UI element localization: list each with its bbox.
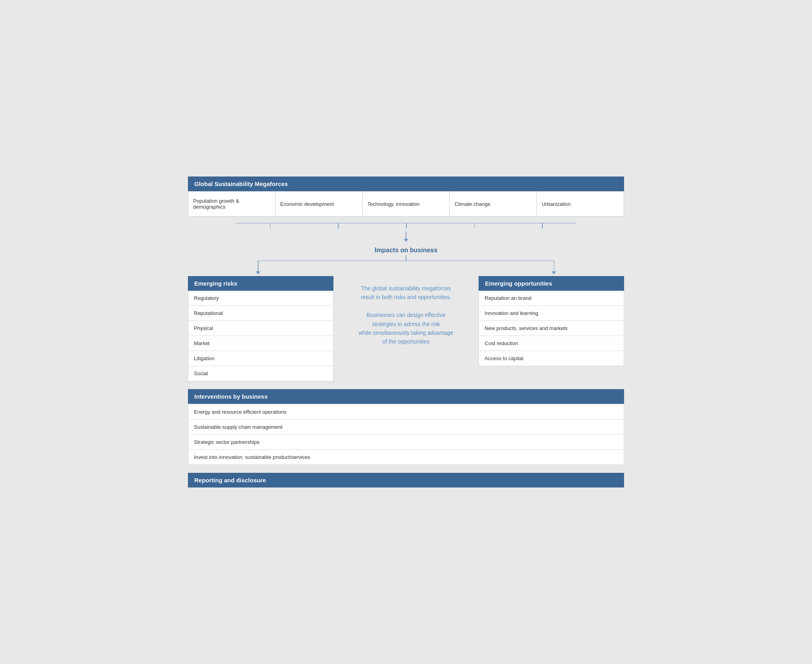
megaforces-title: Global Sustainability Megaforces (188, 177, 624, 191)
emerging-opportunities-block: Emerging opportunities Reputation an bra… (479, 276, 624, 366)
risk-item-4: Litigation (188, 351, 333, 366)
intervention-item-0: Energy and resource efficient operations (188, 405, 624, 420)
converge-arrow-section (188, 220, 624, 244)
impacts-label: Impacts on business (188, 244, 624, 255)
risk-item-5: Social (188, 366, 333, 381)
risk-item-3: Market (188, 336, 333, 351)
intervention-item-3: Invest into innovation: sustainable prod… (188, 450, 624, 465)
branch-arrow-section (188, 255, 624, 276)
megaforces-block: Global Sustainability Megaforces Populat… (188, 177, 624, 217)
interventions-title: Interventions by business (188, 389, 624, 404)
risk-item-2: Physical (188, 321, 333, 336)
megaforce-item-1: Economic development (276, 191, 363, 217)
emerging-risks-title: Emerging risks (188, 276, 333, 291)
megaforces-grid: Population growth & demographics Economi… (188, 191, 624, 217)
reporting-block: Reporting and disclosure (188, 473, 624, 487)
emerging-risks-block: Emerging risks Regulatory Reputational P… (188, 276, 333, 381)
center-text-block: The global sustainability megaforces res… (333, 276, 479, 354)
middle-row: Emerging risks Regulatory Reputational P… (188, 276, 624, 381)
megaforce-item-4: Urbanization (537, 191, 624, 217)
risk-item-1: Reputational (188, 306, 333, 321)
intervention-item-1: Sustainable supply chain management (188, 420, 624, 435)
intervention-item-2: Strategic sector partnerships (188, 435, 624, 450)
opportunity-item-4: Access to capital (479, 351, 624, 366)
megaforce-item-2: Technology, innovation (363, 191, 450, 217)
megaforce-item-0: Population growth & demographics (188, 191, 276, 217)
center-text: The global sustainability megaforces res… (359, 284, 454, 346)
opportunity-item-3: Cost reduction (479, 336, 624, 351)
opportunity-item-0: Reputation an brand (479, 291, 624, 306)
risk-item-0: Regulatory (188, 291, 333, 306)
emerging-opportunities-title: Emerging opportunities (479, 276, 624, 291)
megaforce-item-3: Climate change (450, 191, 537, 217)
interventions-block: Interventions by business Energy and res… (188, 389, 624, 465)
reporting-title: Reporting and disclosure (188, 473, 624, 487)
diagram-container: Global Sustainability Megaforces Populat… (188, 177, 624, 487)
opportunity-item-1: Innovation and learning (479, 306, 624, 321)
opportunity-item-2: New products, services and markets (479, 321, 624, 336)
